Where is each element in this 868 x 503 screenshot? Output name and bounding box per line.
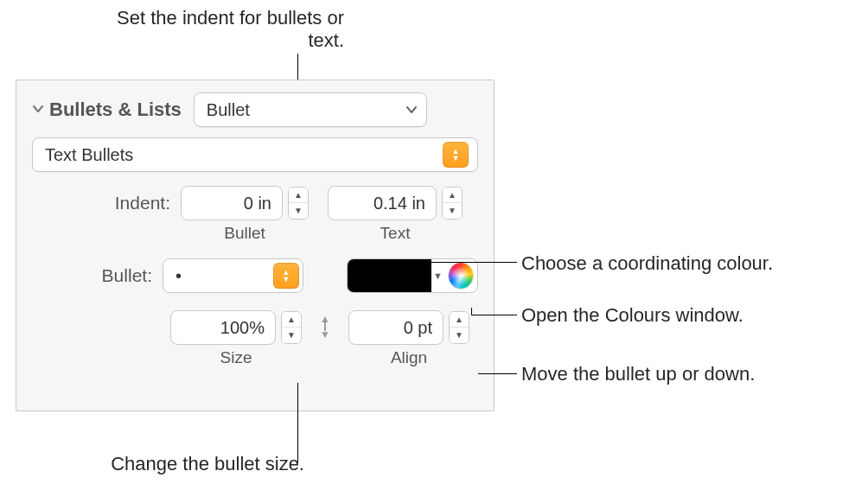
callout-indent-text: Set the indent for bullets or text. [117,7,344,51]
color-wheel-button[interactable] [448,262,474,290]
list-style-popup[interactable]: Bullet [194,92,427,127]
indent-bullet-field[interactable]: 0 in [181,186,283,220]
align-sublabel: Align [391,348,427,367]
popup-handle-icon: ▲▼ [443,142,469,168]
callout-change-size: Change the bullet size. [111,453,304,474]
callout-coord-colour: Choose a coordinating colour. [521,252,773,274]
stepper-up-icon[interactable]: ▲ [443,188,462,203]
bullet-type-value: Text Bullets [45,145,133,165]
chevron-down-icon [32,103,44,115]
stepper-up-icon[interactable]: ▲ [450,312,469,328]
size-sublabel: Size [220,348,252,367]
align-stepper[interactable]: ▲ ▼ [449,311,469,344]
chevron-down-icon [405,104,418,116]
color-swatch[interactable] [348,259,431,292]
stepper-up-icon[interactable]: ▲ [282,312,301,328]
list-style-value: Bullet [207,100,250,120]
vertical-align-icon: ▲▼ [314,315,336,338]
size-field[interactable]: 100% [170,310,276,345]
bullet-color-control: ▼ [347,258,478,293]
callout-open-colours: Open the Colours window. [521,304,744,326]
stepper-up-icon[interactable]: ▲ [289,188,308,203]
indent-text-sublabel: Text [380,224,411,243]
section-title: Bullets & Lists [49,99,182,121]
indent-bullet-sublabel: Bullet [224,224,265,243]
popup-handle-icon: ▲▼ [273,263,299,289]
leader-change-size [297,383,298,462]
leader-coord-colour-drop [405,262,405,277]
stepper-down-icon[interactable]: ▼ [443,203,462,219]
indent-label: Indent: [32,186,170,213]
indent-text-field[interactable]: 0.14 in [328,186,437,220]
stepper-down-icon[interactable]: ▼ [282,328,301,343]
callout-move-bullet: Move the bullet up or down. [521,363,755,385]
stepper-down-icon[interactable]: ▼ [289,203,308,219]
size-stepper[interactable]: ▲ ▼ [281,311,302,344]
bullets-lists-panel: Bullets & Lists Bullet Text Bullets ▲▼ I… [16,80,495,411]
align-field[interactable]: 0 pt [348,310,444,345]
disclosure-toggle[interactable] [32,103,49,115]
chevron-down-icon[interactable]: ▼ [431,271,444,281]
leader-open-colours-drop [471,308,472,315]
bullet-type-popup[interactable]: Text Bullets ▲▼ [32,137,478,172]
leader-open-colours [471,315,517,315]
bullet-char-popup[interactable]: • ▲▼ [163,258,303,293]
leader-coord-colour [405,262,517,263]
indent-text-stepper[interactable]: ▲ ▼ [442,187,463,220]
bullet-char-value: • [176,266,182,286]
bullet-label: Bullet: [32,265,152,286]
indent-bullet-stepper[interactable]: ▲ ▼ [288,187,309,220]
stepper-down-icon[interactable]: ▼ [450,328,469,343]
leader-move-bullet [478,373,517,374]
